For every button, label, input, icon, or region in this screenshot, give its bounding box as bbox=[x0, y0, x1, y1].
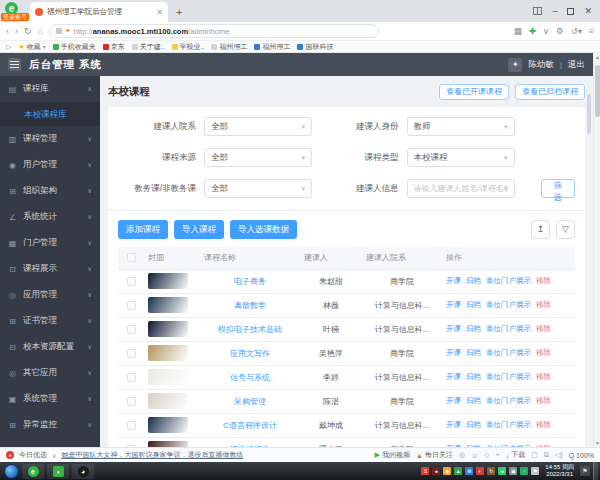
statusbar-item[interactable]: ▲每日关注 bbox=[416, 450, 453, 460]
sidebar-item-组织架构[interactable]: ⊞组织架构∨ bbox=[0, 178, 100, 204]
row-action-单位门户展示[interactable]: 单位门户展示 bbox=[486, 372, 531, 382]
sidebar-item-课程展示[interactable]: ⊡课程展示∨ bbox=[0, 256, 100, 282]
tray-icon[interactable]: ⚑ bbox=[531, 467, 539, 475]
tray-icon[interactable]: S bbox=[421, 467, 429, 475]
row-checkbox[interactable] bbox=[127, 277, 136, 286]
bookmark-item[interactable]: 学校业.. bbox=[172, 42, 205, 52]
tray-icon[interactable]: ◦ bbox=[520, 467, 528, 475]
row-action-单位门户展示[interactable]: 单位门户展示 bbox=[486, 324, 531, 334]
row-action-开课[interactable]: 开课 bbox=[446, 396, 461, 406]
home-icon[interactable]: ⌂ bbox=[38, 26, 43, 36]
hamburger-icon[interactable] bbox=[8, 58, 21, 71]
notification-flag-icon[interactable]: ⚑ bbox=[580, 466, 590, 476]
row-action-单位门户展示[interactable]: 单位门户展示 bbox=[486, 396, 531, 406]
course-name-link[interactable]: C语言程序设计 bbox=[223, 421, 277, 430]
statusbar-item[interactable]: ☺ bbox=[471, 452, 478, 459]
bookmark-item[interactable]: 关于建.. bbox=[132, 42, 165, 52]
daily-pick-icon[interactable]: ● bbox=[6, 451, 14, 459]
filter-columns-icon[interactable]: ▽ bbox=[556, 220, 575, 239]
gift-feedback-icon[interactable] bbox=[533, 7, 542, 15]
scrollbar-thumb[interactable] bbox=[595, 65, 600, 117]
row-action-移除[interactable]: 移除 bbox=[536, 324, 551, 334]
refresh-icon[interactable]: ↻ bbox=[24, 26, 32, 36]
row-checkbox[interactable] bbox=[127, 373, 136, 382]
search-input[interactable] bbox=[407, 179, 515, 198]
filter-select[interactable]: 全部▾ bbox=[204, 179, 312, 198]
view-courses-button[interactable]: 查看已归档课程 bbox=[515, 84, 585, 100]
tray-icon[interactable]: ⊞ bbox=[465, 467, 473, 475]
view-courses-button[interactable]: 查看已开课课程 bbox=[439, 84, 509, 100]
row-action-单位门户展示[interactable]: 单位门户展示 bbox=[486, 300, 531, 310]
daily-pick-label[interactable]: 今日优选 bbox=[19, 450, 47, 460]
row-checkbox[interactable] bbox=[127, 349, 136, 358]
bookmark-item[interactable]: 福州理工 bbox=[254, 42, 290, 52]
sidebar-subitem-本校课程库[interactable]: 本校课程库 bbox=[0, 102, 100, 126]
select-all-checkbox[interactable] bbox=[127, 253, 136, 262]
tray-icon[interactable]: ▣ bbox=[509, 467, 517, 475]
browser-tab[interactable]: 福州理工学院后台管理 ✕ bbox=[30, 2, 168, 22]
course-cover-image[interactable] bbox=[148, 273, 188, 289]
page-scrollbar[interactable]: ▲ ▼ bbox=[593, 53, 600, 447]
sidebar-item-门户管理[interactable]: ▦门户管理∨ bbox=[0, 230, 100, 256]
user-name[interactable]: 陈幼敏 bbox=[528, 59, 554, 71]
row-checkbox[interactable] bbox=[127, 325, 136, 334]
row-action-开课[interactable]: 开课 bbox=[446, 324, 461, 334]
taskbar-clock[interactable]: 14:55 周四 2022/3/31 bbox=[545, 464, 574, 478]
statusbar-item[interactable]: ◁) bbox=[555, 451, 563, 459]
export-icon[interactable]: ↥ bbox=[531, 220, 550, 239]
tab-close-icon[interactable]: ✕ bbox=[156, 8, 163, 17]
gear-icon[interactable]: ⚙ bbox=[556, 26, 564, 36]
bookmark-item[interactable]: 福州理工 bbox=[211, 42, 247, 52]
row-action-归档[interactable]: 归档 bbox=[466, 300, 481, 310]
tray-icon[interactable]: ↻ bbox=[487, 467, 495, 475]
sidebar-item-异常监控[interactable]: ⊞异常监控∨ bbox=[0, 412, 100, 438]
tray-icon[interactable]: ● bbox=[498, 467, 506, 475]
bookmarks-expand-icon[interactable]: ▷ bbox=[6, 43, 11, 51]
sidebar-item-应用管理[interactable]: ◎应用管理∨ bbox=[0, 282, 100, 308]
tray-icon[interactable]: ◐ bbox=[476, 467, 484, 475]
sidebar-item-系统统计[interactable]: ∠系统统计∨ bbox=[0, 204, 100, 230]
scroll-up-icon[interactable]: ▲ bbox=[594, 54, 600, 60]
row-action-移除[interactable]: 移除 bbox=[536, 372, 551, 382]
statusbar-item[interactable]: Q100% bbox=[569, 452, 594, 459]
course-name-link[interactable]: 电子商务 bbox=[234, 277, 266, 286]
course-name-link[interactable]: 应用文写作 bbox=[230, 349, 270, 358]
sidebar-item-其它应用[interactable]: ◎其它应用∨ bbox=[0, 360, 100, 386]
course-name-link[interactable]: 模拟电子技术基础 bbox=[218, 325, 282, 334]
row-action-移除[interactable]: 移除 bbox=[536, 420, 551, 430]
extensions-icon[interactable]: ▦ bbox=[514, 26, 522, 36]
statusbar-item[interactable]: ↓下载 bbox=[506, 450, 526, 460]
sidebar-item-校本资源配置[interactable]: ⊟校本资源配置∨ bbox=[0, 334, 100, 360]
row-action-单位门户展示[interactable]: 单位门户展示 bbox=[486, 420, 531, 430]
course-cover-image[interactable] bbox=[148, 297, 188, 313]
bookmark-item[interactable]: ★收藏▾ bbox=[18, 42, 45, 52]
bookmark-item[interactable]: 国联科技 bbox=[297, 42, 333, 52]
speed-mode-icon[interactable]: ✚ bbox=[529, 26, 536, 36]
theme-skin-icon[interactable]: ✦ bbox=[508, 58, 522, 72]
course-name-link[interactable]: 离散数学 bbox=[234, 301, 266, 310]
scroll-down-icon[interactable]: ▼ bbox=[594, 440, 600, 446]
bookmark-item[interactable]: 京东 bbox=[103, 42, 125, 52]
row-checkbox[interactable] bbox=[127, 397, 136, 406]
filter-select[interactable]: 本校课程▾ bbox=[407, 148, 515, 167]
statusbar-item[interactable]: ◇ bbox=[484, 451, 489, 459]
minimize-button[interactable]: – bbox=[552, 0, 557, 22]
sidebar-item-用户管理[interactable]: ◉用户管理∨ bbox=[0, 152, 100, 178]
row-checkbox[interactable] bbox=[127, 421, 136, 430]
action-button[interactable]: 导入课程 bbox=[174, 220, 224, 239]
login-badge[interactable]: 登录账号 bbox=[1, 13, 29, 21]
news-ticker-link[interactable]: 她是中国队大女神，大国析议身家争议，退役后直播做教练 bbox=[61, 450, 243, 460]
chevron-down-icon[interactable]: ∨ bbox=[543, 26, 549, 36]
maximize-button[interactable] bbox=[567, 8, 574, 15]
course-cover-image[interactable] bbox=[148, 321, 188, 337]
row-action-归档[interactable]: 归档 bbox=[466, 372, 481, 382]
course-cover-image[interactable] bbox=[148, 393, 188, 409]
chevron-down-icon[interactable]: ∨ bbox=[52, 452, 56, 459]
course-cover-image[interactable] bbox=[148, 417, 188, 433]
statusbar-item[interactable]: ⌁ bbox=[496, 451, 500, 459]
statusbar-item[interactable]: ▢ bbox=[531, 451, 538, 459]
sidebar-item-系统管理[interactable]: ▣系统管理∨ bbox=[0, 386, 100, 412]
row-action-移除[interactable]: 移除 bbox=[536, 396, 551, 406]
url-security-icon[interactable] bbox=[56, 28, 62, 34]
sidebar-item-课程管理[interactable]: ▥课程管理∨ bbox=[0, 126, 100, 152]
